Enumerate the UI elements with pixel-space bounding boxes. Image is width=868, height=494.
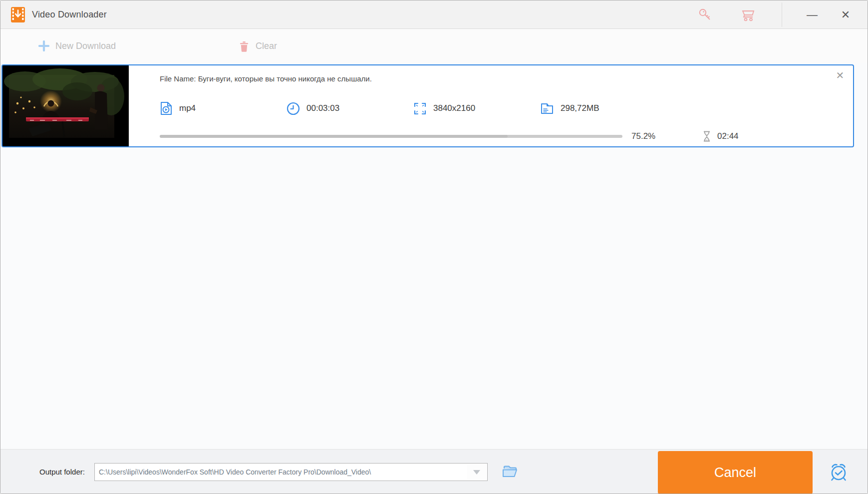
eta-field: 02:44	[702, 130, 739, 142]
footer-bar: Output folder: Cancel	[0, 449, 868, 494]
store-cart-button[interactable]	[738, 4, 759, 25]
resolution-value: 3840x2160	[433, 103, 475, 113]
output-folder-label: Output folder:	[39, 450, 85, 494]
clear-button[interactable]: Clear	[235, 35, 281, 57]
format-field: mp4	[160, 101, 287, 115]
download-item-details: File Name: Буги-вуги, которые вы точно н…	[129, 65, 853, 146]
titlebar-separator	[782, 2, 782, 27]
plus-icon	[38, 40, 49, 51]
browse-folder-button[interactable]	[501, 463, 520, 482]
output-path-input[interactable]	[94, 463, 488, 481]
window-close-button[interactable]: ✕	[835, 4, 856, 25]
format-value: mp4	[179, 103, 196, 113]
minimize-button[interactable]: —	[802, 4, 823, 25]
hourglass-icon	[702, 130, 711, 142]
clock-icon	[287, 102, 300, 115]
window-title: Video Downloader	[32, 0, 107, 29]
resolution-field: 3840x2160	[413, 102, 540, 115]
clear-label: Clear	[256, 41, 277, 51]
register-key-button[interactable]	[694, 4, 715, 25]
path-dropdown-arrow-icon[interactable]	[467, 465, 486, 480]
download-list: File Name: Буги-вуги, которые вы точно н…	[0, 63, 868, 449]
video-thumbnail	[2, 65, 129, 146]
progress-bar-fill	[160, 135, 508, 138]
download-item-card: File Name: Буги-вуги, которые вы точно н…	[1, 64, 854, 147]
toolbar: New Download Clear	[0, 29, 868, 63]
new-download-button[interactable]: New Download	[34, 35, 120, 57]
progress-percent: 75.2%	[631, 131, 666, 141]
app-logo-icon	[11, 7, 25, 22]
cancel-button[interactable]: Cancel	[658, 451, 813, 494]
output-path-combobox	[94, 463, 488, 481]
trash-icon	[239, 40, 250, 52]
resolution-corners-icon	[413, 102, 427, 115]
schedule-alarm-button[interactable]	[827, 461, 850, 484]
eta-value: 02:44	[717, 131, 739, 141]
duration-field: 00:03:03	[287, 102, 413, 115]
filesize-field: 298,72MB	[540, 102, 667, 115]
new-download-label: New Download	[55, 41, 116, 51]
progress-bar	[160, 135, 622, 138]
metadata-row: mp4 00:03:03	[160, 101, 853, 115]
titlebar: Video Downloader — ✕	[0, 0, 868, 29]
duration-value: 00:03:03	[306, 103, 339, 113]
file-name-text: File Name: Буги-вуги, которые вы точно н…	[160, 74, 853, 83]
progress-row: 75.2% 02:44	[160, 130, 853, 142]
remove-download-button[interactable]: ✕	[833, 68, 847, 82]
file-size-icon	[540, 102, 554, 115]
video-file-icon	[160, 101, 173, 115]
filesize-value: 298,72MB	[561, 103, 599, 113]
video-downloader-window: Video Downloader — ✕	[0, 0, 868, 494]
